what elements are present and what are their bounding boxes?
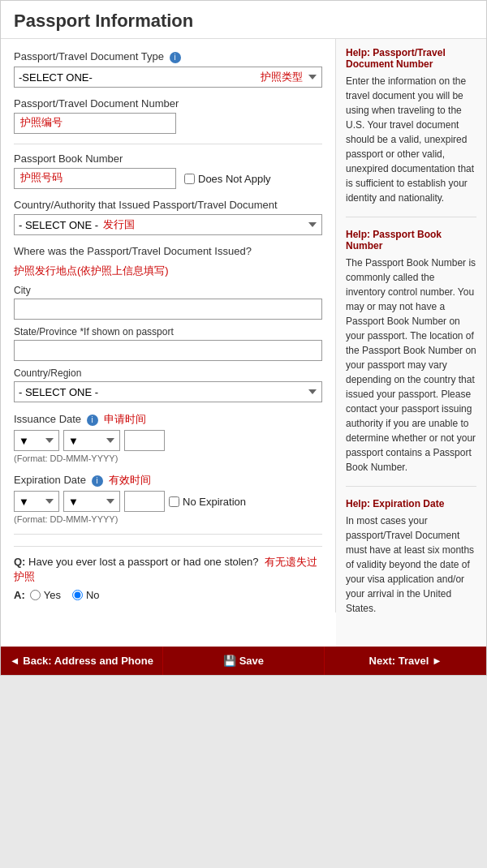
- lost-passport-section: Q: Have you ever lost a passport or had …: [14, 546, 322, 601]
- passport-number-label: Passport/Travel Document Number: [14, 97, 322, 110]
- lost-answer-row: A: Yes No: [14, 589, 322, 601]
- lost-question: Q: Have you ever lost a passport or had …: [14, 555, 322, 584]
- help-block-1: Help: Passport/Travel Document Number En…: [346, 47, 476, 217]
- issuance-year-input[interactable]: [124, 430, 165, 451]
- passport-book-row: 护照号码 Does Not Apply: [14, 168, 322, 189]
- next-button[interactable]: Next: Travel ►: [325, 647, 486, 675]
- issuance-date-chinese: 申请时间: [104, 413, 146, 425]
- does-not-apply-label: Does Not Apply: [184, 173, 271, 185]
- country-issued-select[interactable]: - SELECT ONE -: [14, 214, 322, 235]
- expiration-date-format: (Format: DD-MMM-YYYY): [14, 514, 322, 524]
- expiration-date-row: ▼ ▼ No Expiration: [14, 491, 322, 512]
- city-label: City: [14, 285, 322, 296]
- expiration-day-select[interactable]: ▼: [14, 491, 59, 512]
- passport-type-info-icon[interactable]: i: [170, 52, 181, 63]
- passport-type-select[interactable]: -SELECT ONE-: [14, 67, 322, 88]
- issued-where-group: Where was the Passport/Travel Document I…: [14, 245, 322, 402]
- country-region-select[interactable]: - SELECT ONE -: [14, 381, 322, 402]
- passport-number-group: Passport/Travel Document Number 护照编号: [14, 97, 322, 134]
- help-title-1: Help: Passport/Travel Document Number: [346, 47, 476, 70]
- passport-type-group: Passport/Travel Document Type i -SELECT …: [14, 50, 322, 88]
- expiration-date-info-icon[interactable]: i: [92, 475, 103, 487]
- page-title: Passport Information: [1, 1, 486, 39]
- issuance-month-select[interactable]: ▼: [63, 430, 120, 451]
- issuance-date-row: ▼ ▼: [14, 430, 322, 451]
- issuance-date-format: (Format: DD-MMM-YYYY): [14, 453, 322, 463]
- expiration-date-label: Expiration Date i 有效时间: [14, 473, 322, 488]
- save-button[interactable]: 💾 Save: [162, 647, 325, 675]
- expiration-year-input[interactable]: [124, 491, 165, 512]
- a-label: A:: [14, 589, 25, 601]
- country-issued-group: Country/Authority that Issued Passport/T…: [14, 199, 322, 235]
- state-label: State/Province *If shown on passport: [14, 326, 322, 337]
- q-label: Q:: [14, 556, 25, 568]
- expiration-date-chinese: 有效时间: [109, 474, 151, 486]
- country-issued-label: Country/Authority that Issued Passport/T…: [14, 199, 322, 211]
- expiration-date-group: Expiration Date i 有效时间 ▼ ▼ No Expiration: [14, 473, 322, 524]
- help-text-2: The Passport Book Number is commonly cal…: [346, 256, 476, 475]
- main-content: Passport/Travel Document Type i -SELECT …: [1, 39, 486, 647]
- issued-where-chinese: 护照发行地点(依护照上信息填写): [14, 264, 322, 278]
- yes-radio[interactable]: [30, 590, 41, 600]
- no-expiration-label: No Expiration: [169, 496, 246, 508]
- issued-where-title: Where was the Passport/Travel Document I…: [14, 245, 322, 257]
- help-text-1: Enter the information on the travel docu…: [346, 74, 476, 205]
- help-title-3: Help: Expiration Date: [346, 498, 476, 509]
- passport-book-label: Passport Book Number: [14, 153, 322, 165]
- yes-radio-label: Yes: [30, 589, 61, 601]
- no-expiration-checkbox[interactable]: [169, 496, 179, 507]
- issuance-date-label: Issuance Date i 申请时间: [14, 412, 322, 427]
- back-button[interactable]: ◄ Back: Address and Phone: [1, 647, 162, 675]
- help-block-2: Help: Passport Book Number The Passport …: [346, 229, 476, 487]
- city-state-country: City State/Province *If shown on passpor…: [14, 285, 322, 402]
- country-region-label: Country/Region: [14, 367, 322, 379]
- page-wrapper: Passport Information Passport/Travel Doc…: [0, 0, 487, 676]
- city-input[interactable]: [14, 299, 322, 320]
- passport-type-select-wrapper: -SELECT ONE- 护照类型: [14, 67, 322, 88]
- issuance-date-info-icon[interactable]: i: [87, 415, 98, 426]
- passport-type-label: Passport/Travel Document Type i: [14, 50, 322, 63]
- help-title-2: Help: Passport Book Number: [346, 229, 476, 251]
- passport-book-input[interactable]: [14, 168, 176, 189]
- passport-book-group: Passport Book Number 护照号码 Does Not Apply: [14, 153, 322, 189]
- passport-number-input[interactable]: [14, 113, 176, 134]
- radio-row: Yes No: [30, 589, 100, 601]
- expiration-month-select[interactable]: ▼: [63, 491, 120, 512]
- issuance-day-select[interactable]: ▼: [14, 430, 59, 451]
- does-not-apply-checkbox[interactable]: [184, 174, 195, 184]
- form-section: Passport/Travel Document Type i -SELECT …: [1, 39, 336, 612]
- help-block-3: Help: Expiration Date In most cases your…: [346, 498, 476, 627]
- help-text-3: In most cases your passport/Travel Docum…: [346, 513, 476, 616]
- no-radio[interactable]: [72, 590, 83, 600]
- help-section: Help: Passport/Travel Document Number En…: [336, 39, 486, 647]
- state-input[interactable]: [14, 340, 322, 361]
- issuance-date-group: Issuance Date i 申请时间 ▼ ▼ (Format: DD-MMM…: [14, 412, 322, 463]
- footer-bar: ◄ Back: Address and Phone 💾 Save Next: T…: [1, 647, 486, 675]
- no-radio-label: No: [72, 589, 100, 601]
